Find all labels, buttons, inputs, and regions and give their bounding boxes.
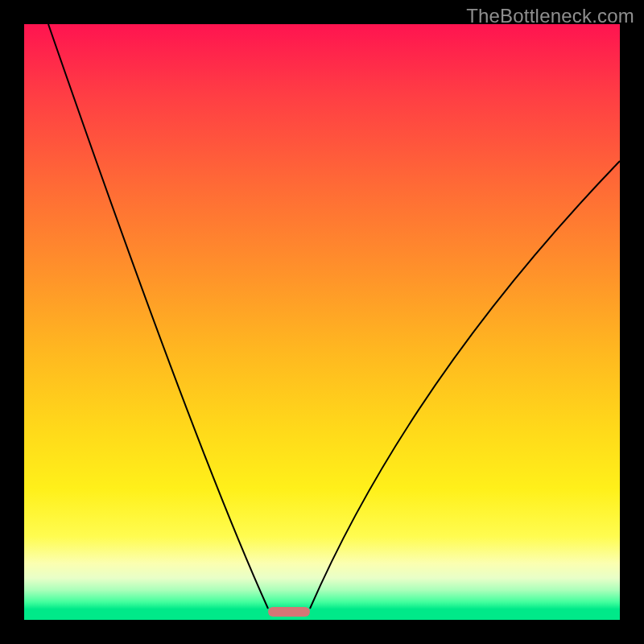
- plot-area: [24, 24, 620, 620]
- bottleneck-curve: [24, 24, 620, 620]
- optimal-range-marker: [268, 607, 310, 617]
- chart-frame: TheBottleneck.com: [0, 0, 644, 644]
- watermark-text: TheBottleneck.com: [466, 5, 634, 27]
